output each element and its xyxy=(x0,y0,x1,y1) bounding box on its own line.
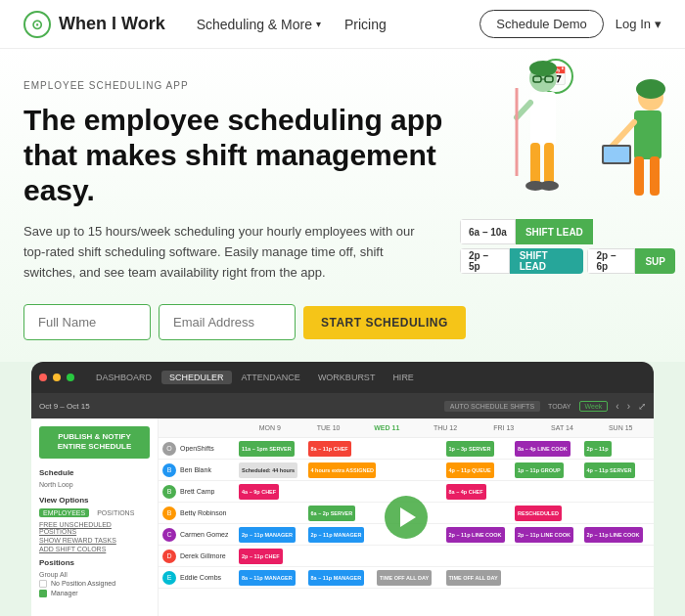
nav-left-icon[interactable]: ‹ xyxy=(616,401,618,412)
shift-cell[interactable]: 2p – 11p LINE COOK xyxy=(584,527,653,543)
week-toggle[interactable]: Week xyxy=(579,401,609,412)
shift-cell[interactable]: 8a – 4p LINE COOK xyxy=(515,441,583,457)
shift-cell[interactable] xyxy=(377,549,445,564)
shift-cell[interactable] xyxy=(446,549,515,564)
shift-chip[interactable]: 4 hours extra ASSIGNED xyxy=(308,462,377,478)
shift-chip[interactable]: 2p – 11p MANAGER xyxy=(308,527,365,543)
shift-cell[interactable]: 8a – 4p CHEF xyxy=(446,484,515,500)
shift-chip[interactable]: 2p – 11p CHEF xyxy=(239,549,283,564)
free-unscheduled-option[interactable]: FREE UNSCHEDULED POSITIONS xyxy=(39,521,150,535)
employees-tab[interactable]: EMPLOYEES xyxy=(39,508,89,517)
shift-chip[interactable]: 4p – 11p QUEUE xyxy=(446,462,494,478)
tab-attendance[interactable]: ATTENDANCE xyxy=(234,371,308,384)
positions-tab[interactable]: POSITIONS xyxy=(93,508,138,517)
shift-chip[interactable]: 1p – 11p GROUP xyxy=(515,462,564,478)
shift-chip[interactable]: 8a – 4p LINE COOK xyxy=(515,441,571,457)
expand-icon[interactable]: ⤢ xyxy=(638,401,646,412)
tab-workburst[interactable]: WORKBURST xyxy=(310,371,384,384)
shift-cell[interactable]: TIME OFF ALL DAY xyxy=(446,570,515,586)
email-input[interactable] xyxy=(159,304,296,340)
maximize-dot[interactable] xyxy=(67,374,74,381)
shift-cell[interactable]: 8a – 11p MANAGER xyxy=(239,570,307,586)
logo[interactable]: ⊙ When I Work xyxy=(23,11,165,38)
shift-chip[interactable]: 1p – 3p SERVER xyxy=(446,441,494,457)
shift-chip[interactable]: 4p – 11p SERVER xyxy=(584,462,635,478)
shift-chip[interactable]: 2p – 11p LINE COOK xyxy=(446,527,505,543)
shift-cell[interactable]: 8a – 11p MANAGER xyxy=(308,570,377,586)
shift-cell[interactable]: 2p – 11p MANAGER xyxy=(239,527,307,543)
shift-chip[interactable]: 8a – 11p CHEF xyxy=(308,441,351,457)
shift-cell[interactable] xyxy=(584,484,653,500)
schedule-section-title: Schedule xyxy=(39,468,150,477)
schedule-demo-button[interactable]: Schedule Demo xyxy=(480,10,604,38)
shift-chip[interactable]: RESCHEDULED xyxy=(515,506,562,521)
shift-cell[interactable]: RESCHEDULED xyxy=(515,506,583,521)
shift-cell[interactable]: 2p – 11p CHEF xyxy=(239,549,307,564)
shift-cell[interactable]: 4 hours extra ASSIGNED xyxy=(308,462,377,478)
fullname-input[interactable] xyxy=(23,304,151,340)
shift-cell[interactable]: 2p – 11p LINE COOK xyxy=(446,527,515,543)
shift-cell[interactable] xyxy=(308,484,377,500)
tab-hire[interactable]: HIRE xyxy=(385,371,422,384)
shift-cell[interactable]: 4p – 11p SERVER xyxy=(584,462,653,478)
play-video-button[interactable] xyxy=(385,496,428,539)
shift-cell[interactable] xyxy=(308,549,377,564)
shift-cell[interactable] xyxy=(377,441,445,457)
add-shift-colors-option[interactable]: ADD SHIFT COLORS xyxy=(39,546,150,552)
publish-notify-button[interactable]: PUBLISH & NOTIFYENTIRE SCHEDULE xyxy=(39,426,150,459)
shift-chip[interactable]: 8a – 11p MANAGER xyxy=(239,570,296,586)
shift-chip[interactable]: 11a – 1pm SERVER xyxy=(239,441,295,457)
nav-right-icon[interactable]: › xyxy=(627,401,630,412)
shift-cell[interactable] xyxy=(515,549,583,564)
shift-chip[interactable]: Scheduled: 44 hours xyxy=(239,462,297,478)
auto-schedule-btn[interactable]: AUTO SCHEDULE SHIFTS xyxy=(444,401,540,412)
employee-name: Betty Robinson xyxy=(180,509,226,516)
shift-chip[interactable]: TIME OFF ALL DAY xyxy=(377,570,432,586)
shift-cell[interactable]: 2p – 11p xyxy=(584,441,653,457)
shift-cell[interactable]: TIME OFF ALL DAY xyxy=(377,570,445,586)
no-position-checkbox[interactable] xyxy=(39,580,47,588)
shift-chip[interactable]: 2p – 11p LINE COOK xyxy=(584,527,643,543)
today-btn[interactable]: TODAY xyxy=(548,403,571,410)
tab-scheduler[interactable]: SCHEDULER xyxy=(161,371,232,384)
shift-cell[interactable] xyxy=(515,484,583,500)
manager-checkbox[interactable] xyxy=(39,590,47,597)
shift-cell[interactable]: 1p – 11p GROUP xyxy=(515,462,583,478)
shift-cell[interactable]: 2p – 11p LINE COOK xyxy=(515,527,583,543)
nav-pricing[interactable]: Pricing xyxy=(344,17,387,32)
shift-cell[interactable]: 4p – 11p QUEUE xyxy=(446,462,515,478)
hero-title: The employee scheduling app that makes s… xyxy=(23,103,474,208)
shift-cell[interactable]: 6a – 2p SERVER xyxy=(308,506,377,521)
table-row: BBen BlankScheduled: 44 hours4 hours ext… xyxy=(159,460,654,481)
shift-cell[interactable] xyxy=(239,506,307,521)
schedule-card-row-2: 2p – 5p SHIFT LEAD 2p – 6p SUP xyxy=(460,248,675,274)
minimize-dot[interactable] xyxy=(53,374,61,381)
show-reward-option[interactable]: SHOW REWARD TASKS xyxy=(39,537,150,544)
start-scheduling-button[interactable]: START SCHEDULING xyxy=(303,306,466,339)
shift-cell[interactable]: 4a – 9p CHEF xyxy=(239,484,307,500)
tab-dashboard[interactable]: DASHBOARD xyxy=(88,371,160,384)
shift-chip[interactable]: 2p – 11p MANAGER xyxy=(239,527,296,543)
shift-chip[interactable]: 8a – 11p MANAGER xyxy=(308,570,365,586)
nav-scheduling[interactable]: Scheduling & More ▾ xyxy=(197,17,321,32)
shift-chip[interactable]: 2p – 11p LINE COOK xyxy=(515,527,573,543)
shift-cell[interactable]: 1p – 3p SERVER xyxy=(446,441,515,457)
shift-chip[interactable]: 2p – 11p xyxy=(584,441,612,457)
shift-cell[interactable]: 2p – 11p MANAGER xyxy=(308,527,377,543)
shift-chip[interactable]: 8a – 4p CHEF xyxy=(446,484,486,500)
shift-cell[interactable] xyxy=(446,506,515,521)
days-header: MON 9 TUE 10 WED 11 THU 12 FRI 13 SAT 14… xyxy=(159,418,654,438)
shift-chip[interactable]: TIME OFF ALL DAY xyxy=(446,570,501,586)
close-dot[interactable] xyxy=(39,374,47,381)
shift-cell[interactable] xyxy=(515,570,583,586)
shift-cell[interactable]: 8a – 11p CHEF xyxy=(308,441,377,457)
shift-cell[interactable] xyxy=(377,462,445,478)
shift-cell[interactable]: 11a – 1pm SERVER xyxy=(239,441,307,457)
shift-chip[interactable]: 4a – 9p CHEF xyxy=(239,484,279,500)
shift-cell[interactable] xyxy=(584,549,653,564)
shift-cell[interactable]: Scheduled: 44 hours xyxy=(239,462,307,478)
shift-cell[interactable] xyxy=(584,506,653,521)
shift-chip[interactable]: 6a – 2p SERVER xyxy=(308,506,356,521)
shift-cell[interactable] xyxy=(584,570,653,586)
login-button[interactable]: Log In ▾ xyxy=(616,17,662,31)
